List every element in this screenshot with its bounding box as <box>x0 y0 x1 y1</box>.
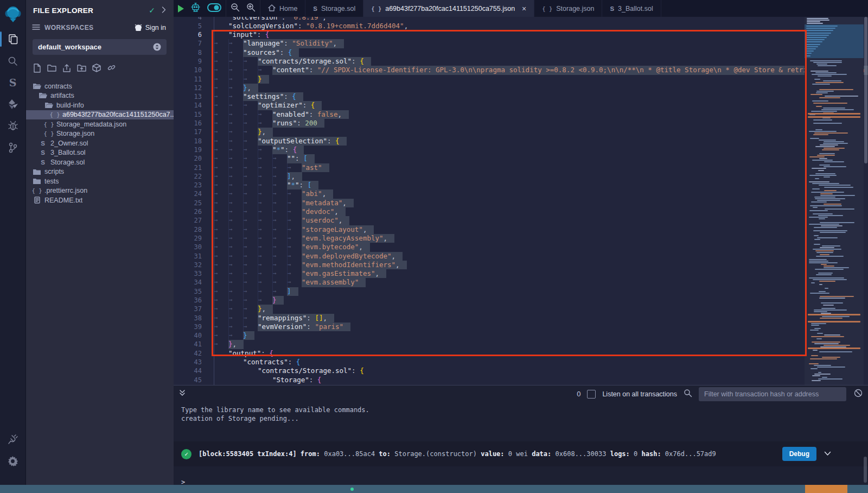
tab-home[interactable]: Home <box>260 0 305 17</box>
solidity-icon: S <box>39 149 47 156</box>
file-tree: contractsartifactsbuild-info{ }a69b43f27… <box>25 81 174 205</box>
transaction-row[interactable]: ✓ [block:5583405 txIndex:4] from: 0xa03.… <box>174 441 868 466</box>
tab-a69b43f277ba20fcac141151250ca755-json[interactable]: { }a69b43f277ba20fcac141151250ca755.json… <box>363 0 534 17</box>
listen-checkbox[interactable] <box>587 390 596 399</box>
tree-item-a69b43f277ba20fcac141151250ca7-[interactable]: { }a69b43f277ba20fcac141151250ca7... <box>25 110 174 120</box>
close-tab-icon[interactable]: × <box>522 4 526 13</box>
clear-console-icon[interactable] <box>854 389 863 400</box>
sidebar-item-search[interactable] <box>0 50 25 72</box>
tree-item-storage-metadata-json[interactable]: { }Storage_metadata.json <box>25 119 174 129</box>
activity-bar: S <box>0 0 26 485</box>
tree-item-contracts[interactable]: contracts <box>25 81 174 91</box>
transaction-count: 0 <box>577 390 580 398</box>
terminal: 0 Listen on all transactions Type the li… <box>174 385 868 485</box>
json-icon: { } <box>371 5 381 12</box>
file-icon <box>33 197 41 204</box>
status-dot <box>350 488 354 491</box>
tree-item--prettierrc-json[interactable]: { }.prettierrc.json <box>25 186 174 196</box>
folder-icon <box>33 178 41 184</box>
terminal-header: 0 Listen on all transactions <box>174 385 868 402</box>
workspace-name: default_workspace <box>38 43 153 51</box>
sign-in-button[interactable]: Sign in <box>134 24 166 31</box>
import-box-icon[interactable] <box>92 64 101 75</box>
ai-toggle-switch[interactable] <box>207 3 221 14</box>
expand-terminal-icon[interactable] <box>179 389 186 399</box>
tree-item-2-owner-sol[interactable]: S2_Owner.sol <box>25 138 174 148</box>
transaction-filter-input[interactable] <box>699 387 846 401</box>
debug-button[interactable]: Debug <box>782 447 816 461</box>
workspaces-label: WORKSPACES <box>44 24 134 31</box>
tab-storage-json[interactable]: { }Storage.json <box>534 0 602 17</box>
highlight-rectangle <box>212 30 807 356</box>
code-line-44[interactable]: 44"contracts/Storage.sol": { <box>174 366 868 375</box>
active-indicator <box>0 31 2 47</box>
workspace-dropdown[interactable]: default_workspace <box>33 39 167 55</box>
solidity-icon: S <box>39 159 47 166</box>
code-line-43[interactable]: 43"contracts": { <box>174 358 868 366</box>
search-icon <box>684 389 692 400</box>
sidebar-item-debugger[interactable] <box>0 115 25 137</box>
file-explorer-panel: FILE EXPLORER ✓ WORKSPACES Sign in defau… <box>25 0 174 485</box>
zoom-in-icon[interactable] <box>246 3 256 14</box>
create-folder-icon[interactable] <box>47 64 56 75</box>
tree-item-artifacts[interactable]: artifacts <box>25 91 174 101</box>
tree-item-build-info[interactable]: build-info <box>25 100 174 110</box>
home-icon <box>268 4 276 13</box>
zoom-out-icon[interactable] <box>231 3 240 14</box>
remix-ai-icon[interactable] <box>190 2 201 15</box>
remix-logo-icon[interactable] <box>0 0 25 28</box>
import-link-icon[interactable] <box>107 64 116 75</box>
tree-item-scripts[interactable]: scripts <box>25 167 174 177</box>
code-line-4[interactable]: 4"solcVersion": "0.8.19", <box>174 17 868 22</box>
chevron-down-icon[interactable] <box>824 450 831 458</box>
json-icon: { } <box>50 111 59 118</box>
success-check-icon: ✓ <box>181 449 192 459</box>
tree-item-3-ballot-sol[interactable]: S3_Ballot.sol <box>25 148 174 158</box>
panel-title: FILE EXPLORER <box>33 7 149 15</box>
editor-scrollbar[interactable] <box>864 17 868 385</box>
code-editor[interactable]: 4"solcVersion": "0.8.19",5"solcLongVersi… <box>174 17 868 385</box>
tab-bar: HomeSStorage.sol{ }a69b43f277ba20fcac141… <box>174 0 868 17</box>
sidebar-item-deploy-and-run[interactable] <box>0 93 25 115</box>
settings-gear-icon[interactable] <box>0 450 25 472</box>
tree-item-tests[interactable]: tests <box>25 176 174 186</box>
create-file-icon[interactable] <box>33 64 41 75</box>
file-toolbar <box>25 55 174 78</box>
tab-storage-sol[interactable]: SStorage.sol <box>305 0 363 17</box>
run-script-button[interactable] <box>178 5 184 12</box>
json-icon: { } <box>44 130 53 137</box>
terminal-log-line: creation of Storage pending... <box>181 414 868 423</box>
solidity-icon: S <box>39 140 47 147</box>
upload-file-icon[interactable] <box>62 64 71 75</box>
hamburger-menu-icon[interactable] <box>32 23 40 33</box>
tree-item-readme-txt[interactable]: README.txt <box>25 195 174 205</box>
stepper-icon <box>153 43 161 51</box>
sidebar-item-git[interactable] <box>0 137 25 159</box>
minimap[interactable] <box>805 17 864 385</box>
solidity-icon: S <box>313 5 317 12</box>
listen-label[interactable]: Listen on all transactions <box>602 390 677 398</box>
folder-icon <box>33 169 41 175</box>
tree-item-storage-json[interactable]: { }Storage.json <box>25 129 174 139</box>
tree-item-storage-sol[interactable]: SStorage.sol <box>25 157 174 167</box>
code-line-5[interactable]: 5"solcLongVersion": "0.8.19+commit.7dd6d… <box>174 22 868 30</box>
sidebar-item-file-explorer[interactable] <box>0 28 25 50</box>
status-badge <box>805 485 847 493</box>
folder-open-icon <box>33 83 41 90</box>
status-bar <box>0 485 868 493</box>
upload-folder-icon[interactable] <box>77 64 86 75</box>
tab-3-ballot-sol[interactable]: S3_Ballot.sol <box>602 0 661 17</box>
folder-open-icon <box>44 102 53 109</box>
json-icon: { } <box>33 187 41 194</box>
terminal-scrollbar[interactable] <box>864 457 867 483</box>
github-icon <box>134 24 143 31</box>
json-icon: { } <box>44 121 53 128</box>
plugin-manager-icon[interactable] <box>0 428 25 450</box>
sidebar-item-solidity-compiler[interactable]: S <box>0 72 25 93</box>
chevron-right-icon[interactable] <box>162 5 166 15</box>
solidity-icon: S <box>610 5 614 12</box>
json-icon: { } <box>542 5 552 12</box>
folder-open-icon <box>39 92 47 99</box>
transaction-summary: [block:5583405 txIndex:4] from: 0xa03...… <box>199 450 716 458</box>
code-line-45[interactable]: 45"Storage": { <box>174 376 868 384</box>
